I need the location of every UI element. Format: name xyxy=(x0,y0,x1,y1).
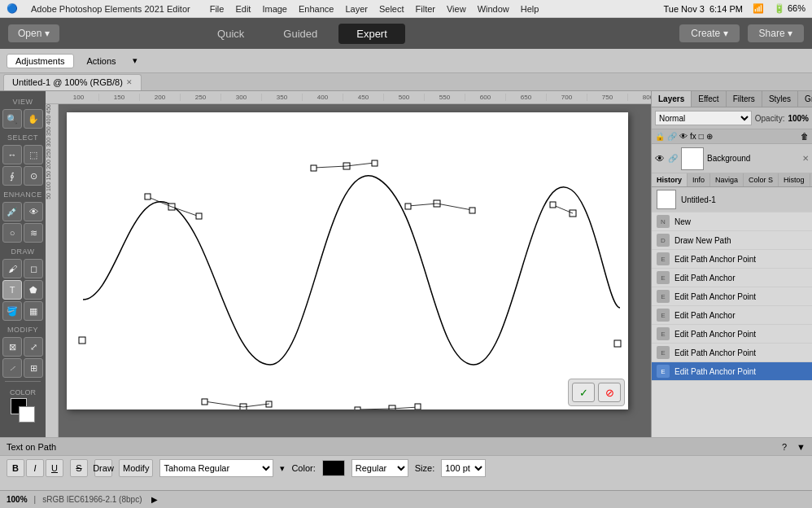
tab-filters[interactable]: Filters xyxy=(727,91,762,107)
history-item-edit-anchor-4[interactable]: E Edit Path Anchor xyxy=(652,306,812,325)
tab-navigator[interactable]: Naviga xyxy=(710,173,744,186)
tab-layers[interactable]: Layers xyxy=(652,91,692,107)
create-button[interactable]: Create ▾ xyxy=(679,24,739,42)
menu-layer[interactable]: Layer xyxy=(345,4,368,14)
straighten-tool[interactable]: ⟋ xyxy=(2,358,22,378)
history-item-edit-anchor-3[interactable]: E Edit Path Anchor Point xyxy=(652,287,812,306)
eye-icon[interactable]: 👁 xyxy=(679,132,688,141)
strikethrough-button[interactable]: S xyxy=(70,459,88,477)
lasso-tool[interactable]: ∮ xyxy=(2,166,22,186)
canvas-document[interactable]: ↗ + ✓ ⊘ xyxy=(67,112,628,409)
brush-tool[interactable]: 🖌 xyxy=(2,259,22,278)
history-item-new[interactable]: N New xyxy=(652,212,812,231)
draw-button[interactable]: Draw xyxy=(94,459,112,477)
eraser-tool[interactable]: ◻ xyxy=(24,259,43,278)
underline-button[interactable]: U xyxy=(46,459,63,477)
tab-quick[interactable]: Quick xyxy=(199,24,262,44)
menu-bar-right: Tue Nov 3 6:14 PM 📶 🔋 66% xyxy=(664,3,806,14)
confirm-cancel-button[interactable]: ⊘ xyxy=(598,383,621,402)
menu-file[interactable]: File xyxy=(210,4,225,14)
tab-guided[interactable]: Guided xyxy=(265,24,335,44)
crop-tool[interactable]: ⊠ xyxy=(2,337,22,357)
history-item-untitled[interactable]: Untitled-1 xyxy=(652,187,812,212)
move-tool[interactable]: ↔ xyxy=(2,145,22,164)
path-svg: ↗ + xyxy=(67,112,628,409)
history-icon-edit-3: E xyxy=(657,290,670,303)
collapse-icon[interactable]: ▼ xyxy=(797,442,805,452)
smudge-tool[interactable]: ≋ xyxy=(24,223,43,243)
paint-bucket-tool[interactable]: 🪣 xyxy=(2,301,22,321)
red-eye-tool[interactable]: 👁 xyxy=(24,202,43,221)
draw-tools-2: T ⬟ xyxy=(2,280,44,300)
tab-info[interactable]: Info xyxy=(688,173,710,186)
tab-histog[interactable]: Histog xyxy=(779,173,810,186)
menu-select[interactable]: Select xyxy=(379,4,404,14)
share-button[interactable]: Share ▾ xyxy=(748,24,804,42)
svg-rect-4 xyxy=(145,194,151,199)
menu-help[interactable]: Help xyxy=(521,4,539,14)
confirm-ok-button[interactable]: ✓ xyxy=(572,383,595,402)
svg-line-19 xyxy=(392,407,418,409)
canvas-area[interactable]: ↗ + ✓ ⊘ xyxy=(59,104,651,437)
recompose-tool[interactable]: ⤢ xyxy=(24,337,43,357)
menu-image[interactable]: Image xyxy=(262,4,287,14)
menu-window[interactable]: Window xyxy=(478,4,509,14)
menu-filter[interactable]: Filter xyxy=(416,4,435,14)
text-tool[interactable]: T xyxy=(2,280,22,300)
svg-line-2 xyxy=(148,197,172,207)
open-button[interactable]: Open ▾ xyxy=(8,24,59,42)
font-style-select[interactable]: Regular xyxy=(351,459,408,477)
blend-mode-select[interactable]: Normal xyxy=(655,111,752,125)
trash-icon[interactable]: 🗑 xyxy=(801,132,809,141)
menu-edit[interactable]: Edit xyxy=(235,4,251,14)
shape-tool[interactable]: ⬟ xyxy=(24,280,43,300)
eyedropper-tool[interactable]: 💉 xyxy=(2,202,22,221)
battery-icon: 🔋 66% xyxy=(774,3,805,14)
tab-color-s[interactable]: Color S xyxy=(744,173,779,186)
font-color-picker[interactable] xyxy=(322,460,345,476)
hand-tool[interactable]: ✋ xyxy=(24,109,43,129)
layer-icon-bar: 🔒 🔗 👁 fx □ ⊕ 🗑 xyxy=(652,129,812,144)
doc-tab-close-icon[interactable]: ✕ xyxy=(126,78,133,86)
history-item-draw-path[interactable]: D Draw New Path xyxy=(652,231,812,250)
tab-styles[interactable]: Styles xyxy=(762,91,798,107)
tab-effect[interactable]: Effect xyxy=(692,91,726,107)
history-item-edit-anchor-7[interactable]: E Edit Path Anchor Point xyxy=(652,362,812,381)
zoom-tool[interactable]: 🔍 xyxy=(2,109,22,129)
history-item-edit-anchor-2[interactable]: E Edit Path Anchor xyxy=(652,269,812,287)
tab-expert[interactable]: Expert xyxy=(338,24,405,44)
menu-bar: 🔵 Adobe Photoshop Elements 2021 Editor F… xyxy=(0,0,812,18)
background-color[interactable] xyxy=(19,406,35,423)
sub-toolbar-arrow: ▾ xyxy=(133,55,138,66)
layer-delete-icon[interactable]: ✕ xyxy=(802,154,809,163)
quick-select-tool[interactable]: ⊙ xyxy=(24,166,43,186)
dodge-tool[interactable]: ○ xyxy=(2,223,22,243)
checkmark-icon: ✓ xyxy=(579,387,588,399)
bold-button[interactable]: B xyxy=(7,459,24,477)
tab-history[interactable]: History xyxy=(652,173,688,186)
ruler-canvas-row: 50 100 150 200 250 300 350 400 450 xyxy=(46,104,651,437)
menu-items: File Edit Image Enhance Layer Select Fil… xyxy=(210,4,539,14)
tab-actions[interactable]: Actions xyxy=(79,55,124,68)
tab-adjustments[interactable]: Adjustments xyxy=(7,54,74,68)
gradient-tool[interactable]: ▦ xyxy=(24,301,43,321)
history-item-edit-anchor-1[interactable]: E Edit Path Anchor Point xyxy=(652,250,812,269)
modify-tools-2: ⟋ ⊞ xyxy=(2,358,44,378)
tab-graph[interactable]: Graph xyxy=(798,91,812,107)
transform-tool[interactable]: ⊞ xyxy=(24,358,43,378)
italic-button[interactable]: I xyxy=(26,459,44,477)
font-select[interactable]: Tahoma Regular xyxy=(159,459,273,477)
menu-view[interactable]: View xyxy=(447,4,466,14)
history-item-edit-anchor-5[interactable]: E Edit Path Anchor Point xyxy=(652,325,812,344)
marquee-tool[interactable]: ⬚ xyxy=(24,145,43,164)
modify-button[interactable]: Modify xyxy=(119,459,153,477)
doc-tab-untitled[interactable]: Untitled-1 @ 100% (RGB/8) ✕ xyxy=(3,74,142,90)
color-swatches xyxy=(11,398,35,423)
size-select[interactable]: 100 pt xyxy=(441,459,486,477)
help-icon[interactable]: ? xyxy=(782,442,787,452)
ruler-left: 50 100 150 200 250 300 350 400 450 xyxy=(46,104,59,437)
modify-label: Modify xyxy=(123,463,149,473)
menu-enhance[interactable]: Enhance xyxy=(299,4,334,14)
layer-visibility-icon[interactable]: 👁 xyxy=(655,153,665,164)
history-item-edit-anchor-6[interactable]: E Edit Path Anchor Point xyxy=(652,344,812,362)
